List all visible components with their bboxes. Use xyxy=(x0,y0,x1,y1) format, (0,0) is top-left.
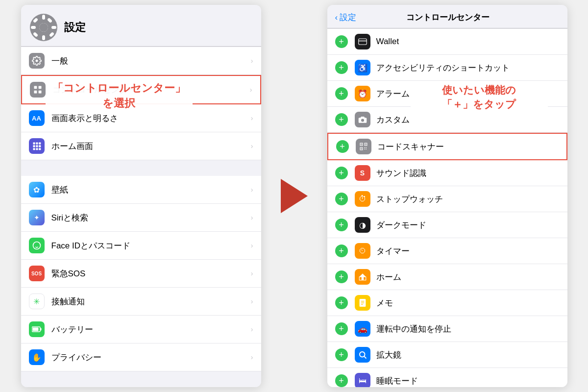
timer-label: タイマー xyxy=(376,245,560,257)
list-item-homescreen[interactable]: ホーム画面 › xyxy=(21,132,261,160)
list-item-display[interactable]: AA 画面表示と明るさ › xyxy=(21,104,261,132)
exposure-icon: ✳ xyxy=(29,294,45,309)
left-header: 設定 xyxy=(21,5,261,47)
back-chevron-icon: ‹ xyxy=(335,13,338,23)
add-accessibility-button[interactable]: + xyxy=(335,61,348,74)
right-item-stopwatch[interactable]: + ⏱ ストップウォッチ xyxy=(327,186,567,212)
add-shazam-button[interactable]: + xyxy=(335,167,348,179)
svg-rect-30 xyxy=(32,328,38,331)
camera-label: カスタム xyxy=(376,114,560,125)
siri-label: Siriと検索 xyxy=(51,212,247,223)
magnifier-icon xyxy=(355,347,370,363)
siri-chevron: › xyxy=(251,214,253,221)
red-arrow-icon xyxy=(281,179,308,213)
svg-rect-44 xyxy=(361,148,362,149)
right-settings-list: + Wallet + ♿ アクセシビリティのショートカット xyxy=(327,28,567,387)
back-button[interactable]: ‹ 設定 xyxy=(335,12,357,23)
settings-list: 一般 › コントロールセンター › xyxy=(21,47,261,387)
siri-icon: ✦ xyxy=(29,210,45,225)
list-item-wallpaper[interactable]: ✿ 壁紙 › xyxy=(21,176,261,204)
list-item-sos[interactable]: SOS 緊急SOS › xyxy=(21,260,261,288)
add-qrcode-button[interactable]: + xyxy=(336,140,349,153)
sleep-icon: 🛏 xyxy=(355,373,370,387)
right-item-timer[interactable]: + ⏲ タイマー xyxy=(327,238,567,264)
shazam-icon: S xyxy=(355,165,370,181)
camera-icon xyxy=(355,112,370,127)
right-item-alarm[interactable]: + ⏰ アラーム xyxy=(327,81,567,107)
svg-rect-5 xyxy=(51,26,56,29)
add-driving-button[interactable]: + xyxy=(335,322,348,335)
home-label: ホーム xyxy=(376,271,560,283)
wallet-label: Wallet xyxy=(376,37,560,47)
list-item-siri[interactable]: ✦ Siriと検索 › xyxy=(21,204,261,232)
right-item-home[interactable]: + ホーム xyxy=(327,264,567,290)
general-label: 一般 xyxy=(51,55,247,67)
svg-rect-43 xyxy=(365,144,366,145)
faceid-icon xyxy=(29,238,45,253)
privacy-icon: ✋ xyxy=(29,349,45,365)
general-icon xyxy=(29,53,45,69)
add-alarm-button[interactable]: + xyxy=(335,87,348,100)
right-item-qrcode[interactable]: + xyxy=(327,133,567,160)
alarm-label: アラーム xyxy=(376,88,560,99)
list-item-battery[interactable]: バッテリー › xyxy=(21,316,261,343)
home-icon xyxy=(355,269,370,285)
back-label: 設定 xyxy=(340,12,356,23)
svg-line-55 xyxy=(364,356,366,358)
right-item-magnifier[interactable]: + 拡大鏡 xyxy=(327,342,567,368)
wallpaper-chevron: › xyxy=(251,186,253,194)
sos-chevron: › xyxy=(251,270,253,277)
list-item-faceid[interactable]: Face IDとパスコード › xyxy=(21,232,261,260)
wallpaper-label: 壁紙 xyxy=(51,184,247,196)
svg-rect-46 xyxy=(366,147,367,148)
control-center-icon xyxy=(30,82,46,98)
svg-rect-14 xyxy=(34,91,37,94)
control-center-chevron: › xyxy=(250,86,252,94)
right-item-accessibility[interactable]: + ♿ アクセシビリティのショートカット xyxy=(327,55,567,81)
svg-rect-17 xyxy=(36,143,38,145)
svg-rect-15 xyxy=(38,91,41,94)
right-item-driving[interactable]: + 🚗 運転中の通知を停止 xyxy=(327,316,567,342)
right-item-shazam[interactable]: + S サウンド認識 xyxy=(327,160,567,186)
svg-point-10 xyxy=(39,23,48,32)
svg-rect-23 xyxy=(36,148,38,150)
add-stopwatch-button[interactable]: + xyxy=(335,193,348,205)
svg-rect-4 xyxy=(31,26,36,29)
svg-rect-42 xyxy=(361,144,362,145)
right-item-camera[interactable]: + カスタム xyxy=(327,107,567,133)
svg-rect-3 xyxy=(42,35,45,40)
right-item-sleep[interactable]: + 🛏 睡眠モード xyxy=(327,368,567,387)
list-item-privacy[interactable]: ✋ プライバシー › xyxy=(21,343,261,371)
svg-rect-48 xyxy=(366,149,367,150)
add-sleep-button[interactable]: + xyxy=(335,374,348,387)
add-wallet-button[interactable]: + xyxy=(335,35,348,48)
faceid-label: Face IDとパスコード xyxy=(51,240,247,251)
svg-rect-45 xyxy=(364,147,365,148)
right-item-notes[interactable]: + メモ xyxy=(327,290,567,316)
qrcode-label: コードスキャナー xyxy=(377,141,559,152)
add-timer-button[interactable]: + xyxy=(335,245,348,257)
add-darkmode-button[interactable]: + xyxy=(335,219,348,231)
privacy-chevron: › xyxy=(251,353,253,361)
right-panel: ‹ 設定 コントロールセンター 使いたい機能の「＋」をタップ + Wallet xyxy=(327,5,567,387)
section-gap-1 xyxy=(21,160,261,176)
list-item-exposure[interactable]: ✳ 接触通知 › xyxy=(21,288,261,316)
list-item-general[interactable]: 一般 › xyxy=(21,47,261,75)
svg-rect-34 xyxy=(358,40,367,42)
wallet-icon xyxy=(355,34,370,49)
sos-icon: SOS xyxy=(29,266,45,281)
right-item-darkmode[interactable]: + ◑ ダークモード xyxy=(327,212,567,238)
svg-point-11 xyxy=(35,60,38,62)
add-home-button[interactable]: + xyxy=(335,270,348,283)
homescreen-icon xyxy=(29,138,45,154)
add-camera-button[interactable]: + xyxy=(335,113,348,126)
list-item-control-center[interactable]: コントロールセンター › xyxy=(21,75,261,104)
right-item-wallet[interactable]: + Wallet xyxy=(327,28,567,55)
svg-rect-29 xyxy=(40,328,41,331)
battery-icon xyxy=(29,321,45,337)
control-center-label: コントロールセンター xyxy=(52,84,246,96)
svg-rect-24 xyxy=(39,148,41,150)
add-magnifier-button[interactable]: + xyxy=(335,348,348,361)
add-notes-button[interactable]: + xyxy=(335,296,348,309)
section-system: 一般 › コントロールセンター › xyxy=(21,47,261,160)
